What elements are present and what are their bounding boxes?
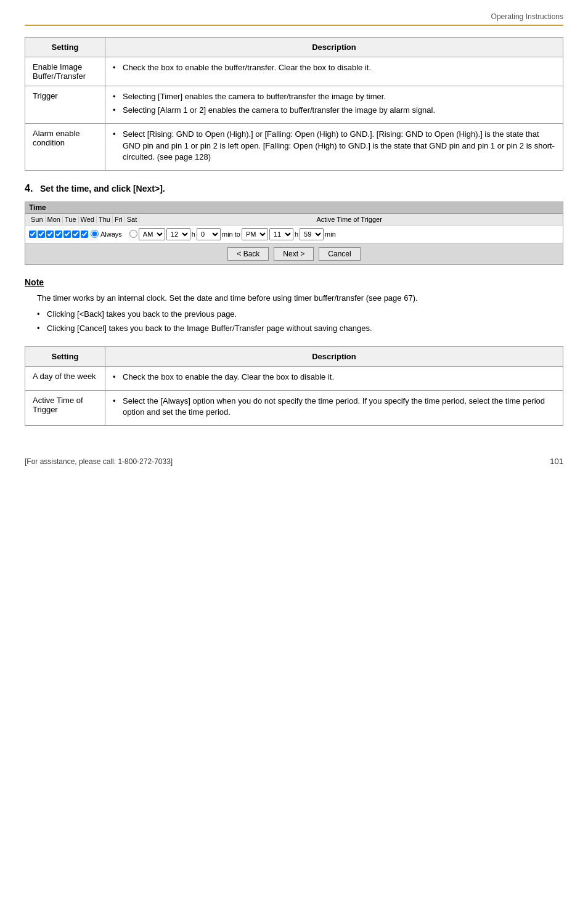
note-bullets: Clicking [<Back] takes you back to the p… (25, 309, 563, 333)
hour-separator-end: h (295, 230, 298, 238)
hour-separator-start: h (192, 230, 195, 238)
table1-setting-1: Trigger (25, 86, 105, 124)
radio-time-period[interactable] (129, 230, 137, 238)
min-start-select[interactable]: 0153045 (197, 228, 221, 240)
time-days-row: Sun Mon Tue Wed Thu Fri Sat Active Time … (25, 214, 563, 226)
day-mon: Mon (46, 216, 63, 223)
day-fri: Fri (113, 216, 125, 223)
list-item: Clicking [Cancel] takes you back to the … (37, 323, 563, 334)
settings-table-2: Setting Description A day of the weekChe… (25, 346, 563, 426)
page-header: Operating Instructions (25, 12, 563, 26)
page-footer: [For assistance, please call: 1-800-272-… (25, 450, 563, 466)
always-radio-group: Always (91, 230, 122, 238)
list-item: Selecting [Alarm 1 or 2] enables the cam… (113, 105, 555, 116)
time-ui-box: Time Sun Mon Tue Wed Thu Fri Sat Active … (25, 202, 563, 265)
list-item: Check the box to enable the day. Clear t… (113, 372, 555, 383)
checkbox-sun[interactable] (29, 230, 36, 238)
table1-desc-0: Check the box to enable the buffer/trans… (105, 57, 563, 86)
table2-setting-1: Active Time of Trigger (25, 391, 105, 426)
table1-setting-0: Enable Image Buffer/Transfer (25, 57, 105, 86)
am-pm-start-select[interactable]: AM PM (139, 228, 165, 240)
checkbox-thu[interactable] (63, 230, 71, 238)
note-section: Note The timer works by an internal cloc… (25, 277, 563, 334)
active-time-label: Active Time of Trigger (139, 216, 559, 223)
step4-header: 4. Set the time, and click [Next>]. (25, 183, 563, 194)
next-button[interactable]: Next > (274, 247, 314, 261)
step4-number: 4. (25, 183, 33, 194)
table1-col1-header: Setting (25, 38, 105, 57)
day-sat: Sat (125, 216, 140, 223)
time-controls-row: Always AM PM 12 1234 5678 91011 h 015304… (25, 226, 563, 243)
table1-desc-2: Select [Rising: GND to Open (High).] or … (105, 124, 563, 171)
table2-col2-header: Description (105, 346, 563, 366)
table-row: Alarm enable conditionSelect [Rising: GN… (25, 124, 563, 171)
checkbox-fri[interactable] (72, 230, 80, 238)
hour-start-select[interactable]: 12 1234 5678 91011 (166, 228, 190, 240)
min-end-label: min (325, 230, 336, 238)
table2-col1-header: Setting (25, 346, 105, 366)
table2-desc-1: Select the [Always] option when you do n… (105, 391, 563, 426)
list-item: Selecting [Timer] enables the camera to … (113, 91, 555, 102)
checkbox-tue[interactable] (46, 230, 54, 238)
table-row: Active Time of TriggerSelect the [Always… (25, 391, 563, 426)
settings-table-1: Setting Description Enable Image Buffer/… (25, 37, 563, 171)
checkbox-mon[interactable] (38, 230, 45, 238)
list-item: Select the [Always] option when you do n… (113, 396, 555, 418)
day-thu: Thu (97, 216, 113, 223)
list-item: Check the box to enable the buffer/trans… (113, 62, 555, 73)
note-title: Note (25, 277, 563, 287)
day-wed: Wed (79, 216, 97, 223)
day-tue: Tue (63, 216, 79, 223)
cancel-button[interactable]: Cancel (319, 247, 360, 261)
time-period-controls: AM PM 12 1234 5678 91011 h 0153045 min t… (129, 228, 336, 240)
note-body: The timer works by an internal clock. Se… (25, 292, 563, 304)
list-item: Select [Rising: GND to Open (High).] or … (113, 129, 555, 163)
hour-end-select[interactable]: 12123 4567 8910 11 (269, 228, 293, 240)
time-box-title: Time (25, 202, 563, 214)
min-end-select[interactable]: 0153059 (300, 228, 324, 240)
footer-assistance: [For assistance, please call: 1-800-272-… (25, 457, 173, 466)
checkbox-wed[interactable] (55, 230, 62, 238)
checkbox-sat[interactable] (81, 230, 88, 238)
table-row: TriggerSelecting [Timer] enables the cam… (25, 86, 563, 124)
list-item: Clicking [<Back] takes you back to the p… (37, 309, 563, 320)
back-button[interactable]: < Back (227, 247, 269, 261)
day-sun: Sun (29, 216, 46, 223)
table2-setting-0: A day of the week (25, 366, 105, 390)
footer-page: 101 (550, 457, 563, 466)
table1-setting-2: Alarm enable condition (25, 124, 105, 171)
table-row: Enable Image Buffer/TransferCheck the bo… (25, 57, 563, 86)
always-label: Always (100, 230, 122, 238)
table2-desc-0: Check the box to enable the day. Clear t… (105, 366, 563, 390)
step4-text: Set the time, and click [Next>]. (40, 184, 165, 194)
min-to-label: min to (222, 230, 240, 238)
radio-always[interactable] (91, 230, 99, 238)
table1-col2-header: Description (105, 38, 563, 57)
header-title: Operating Instructions (491, 12, 563, 21)
day-checkboxes (29, 230, 88, 238)
am-pm-end-select[interactable]: AM PM (242, 228, 268, 240)
table1-desc-1: Selecting [Timer] enables the camera to … (105, 86, 563, 124)
table-row: A day of the weekCheck the box to enable… (25, 366, 563, 390)
time-nav-buttons: < Back Next > Cancel (25, 243, 563, 264)
